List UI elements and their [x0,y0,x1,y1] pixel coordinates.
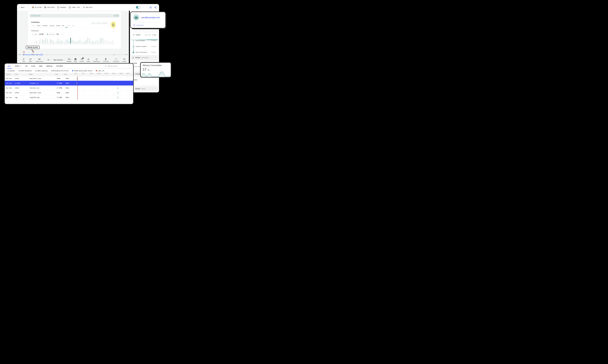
chart-bar [63,41,63,44]
chart-bar-label: 22 [103,44,104,45]
network-request-row[interactable]: 2xx-3xxothermanifest.json492B26ms [5,90,133,95]
chart-bar [97,40,98,44]
skip-inactivity-button[interactable]: Skip Inactivity [53,59,63,61]
chart-bar-label: 24 [106,44,107,45]
network-tab-img[interactable]: IMG [39,64,43,68]
chart-bar-slot: 29 [114,36,115,44]
inspect-button[interactable]: Inspect [121,57,127,63]
event-item-clicked[interactable]: ClickedAbout [131,86,158,91]
speed-index-label: Speed Index [145,34,151,36]
chart-bar-label: 27 [63,44,63,45]
timeline-event-dot[interactable] [24,54,24,55]
summary-item: 15.18KB: resources [33,70,49,72]
event-item-visited[interactable]: Visited [131,78,158,85]
site-tab-more[interactable]: More [72,25,75,26]
cell-waterfall [76,91,133,95]
network-tab-all[interactable]: ALL [8,64,11,68]
timeline-current-time: 1:00 [18,54,21,55]
site-tab-ad-groups[interactable]: Ad groups [50,25,54,26]
chart-bar-slot: 12 [39,36,40,44]
site-tab-keywords[interactable]: Keywords [65,25,70,26]
network-request-row[interactable]: 2xx-3xxscripttracker.js5.22KB18ms [5,81,133,85]
favorite-button[interactable] [149,4,152,11]
collapse-panel-button[interactable]: » [126,10,129,14]
event-item-clicked[interactable]: ClickedDashboard [131,55,158,60]
network-request-row[interactable]: 2xx-3xximglogo192.png5.22KB25ms [5,95,133,100]
site-tab-settings[interactable]: Settings [56,25,60,26]
network-tab-other[interactable]: OTHER [56,64,63,68]
share-button[interactable] [154,4,157,11]
date-range-select[interactable]: Custom: 14/12/2019 - 21/01/2020 ⌄ [91,22,110,25]
network-tab-media[interactable]: MEDIA [46,64,52,68]
chip-label: Clicks [34,34,37,35]
back-button[interactable]: ‹ Back [19,4,25,11]
panel-button-state[interactable]: State [73,57,78,63]
chevron-down-icon: ⌄ [109,23,109,24]
cell-size: 492B [57,78,65,79]
chart-bar-label: 1 [70,44,71,45]
visited-event-card[interactable]: Visited Speed Index 1,162 / Time to Rend… [131,32,158,55]
network-tab-xhr[interactable]: XHR? [15,64,21,68]
summary-item: DOMContentLoaded: 923ms [70,70,94,72]
timeline-event-dot[interactable] [115,54,115,55]
timeline-event-dot[interactable] [37,54,38,55]
panel-button-network[interactable]: Network [66,57,72,63]
performance-more-button[interactable]: ••• [113,30,115,32]
user-email[interactable]: user@example.com [141,16,160,19]
panel-button-events[interactable]: Events [86,57,91,63]
chart-bar-slot: 2 [71,36,73,44]
chart-bar [106,39,107,44]
timeline-track[interactable]: ««««ii [23,55,124,55]
chart-bar-slot: 30 [67,36,68,44]
site-tab-ads[interactable]: Ads [62,25,64,26]
os-info: Mac OS X [83,4,93,11]
cell-size: 5.22KB [57,97,65,98]
network-tab-css[interactable]: CSS [31,64,35,68]
metric-chip-conversion[interactable]: Conversion902 [46,33,60,36]
metric-chip-clicks[interactable]: Clicks123,949 [31,33,45,36]
playback-speed-button[interactable]: 1x [47,59,49,61]
chart-bar [103,39,104,44]
timeline-playhead[interactable] [41,54,43,56]
panel-button-long-tasks[interactable]: Long Tasks [102,57,110,63]
add-metric-button[interactable]: + [61,33,64,36]
panel-button-performance[interactable]: Performance [92,57,101,63]
chart-bar-slot: 13 [89,36,90,44]
timeline-event-dot[interactable] [113,54,114,55]
play-button[interactable]: Play [22,57,26,63]
back-10-button[interactable]: 10 Back [28,57,33,63]
skip-forward-icon [38,58,41,60]
event-label: Clicked [135,88,140,90]
skip-to-issue-button[interactable]: Skip to Issue [35,57,44,63]
site-tab-campaigns[interactable]: Campaigns [42,25,48,26]
network-request-row[interactable]: 2xx-3xxotherfavicon.ico3.77KB52ms [5,85,133,90]
site-tab-listings[interactable]: Listings [31,25,35,26]
waterfall-tick-label: 0ms [74,73,81,76]
long-tasks-icon [104,58,107,60]
chart-bar [84,41,85,44]
chart-bar-label: 8 [33,44,33,45]
memory-sparkline [141,71,171,77]
prev-session-button[interactable]: ‹ [133,4,133,11]
visited-path: / [131,36,158,38]
network-tabs-row: ALLXHR?JSCSSIMGMEDIAOTHER [5,64,133,69]
panel-button-console[interactable]: 3Console [78,57,85,63]
cell-status: 2xx-3xx [5,87,15,89]
network-tab-js[interactable]: JS [25,64,27,68]
full-screen-button[interactable]: Full Screen [112,57,120,63]
chart-bar-slot: 14 [42,36,43,44]
filter-by-name-input[interactable] [107,65,130,67]
metadata-button[interactable]: Metadata [133,24,144,26]
next-session-button[interactable]: › [143,4,144,11]
cell-status: 2xx-3xx [5,78,15,79]
network-filter[interactable] [103,64,132,68]
cell-type: other [15,78,30,79]
chart-bar [34,42,35,44]
autoplay-toggle[interactable]: ✓ [136,4,140,11]
metadata-label: Metadata [136,24,144,26]
cell-time: 26ms [65,92,76,94]
site-tab-advices[interactable]: Advices [37,25,40,26]
timeline-event-dot[interactable] [33,54,34,55]
network-request-row[interactable]: 2xx-3xxothermanifest.json492B19ms [5,76,133,81]
help-icon[interactable]: ? [19,65,21,67]
